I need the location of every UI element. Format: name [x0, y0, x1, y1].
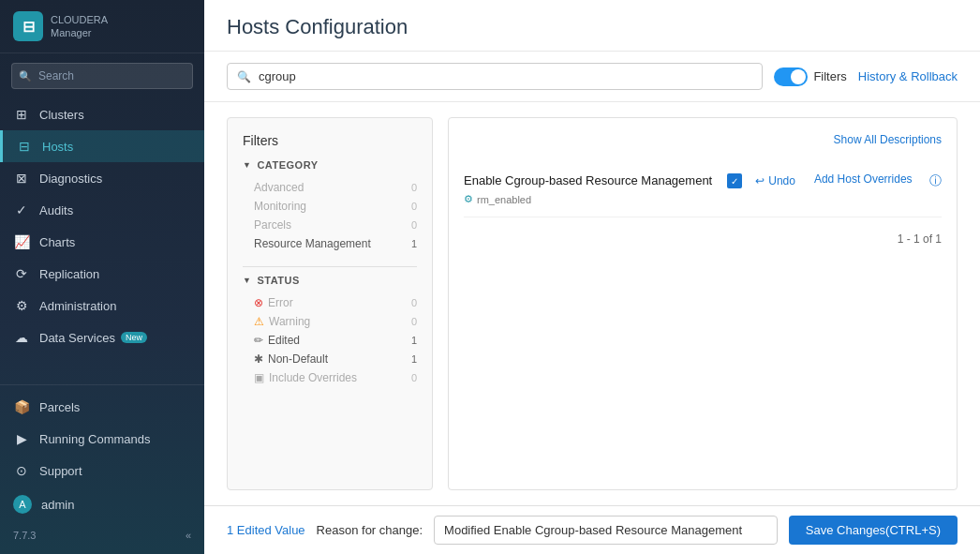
config-item-value: ✓ ↩ Undo [727, 172, 799, 189]
filter-item-parcels[interactable]: Parcels 0 [243, 216, 417, 234]
main-header: Hosts Configuration [204, 0, 980, 52]
collapse-icon[interactable]: « [186, 530, 191, 541]
config-item-row: Enable Cgroup-based Resource Management … [464, 161, 942, 217]
sidebar-item-replication[interactable]: ⟳ Replication [0, 258, 204, 290]
audits-icon: ✓ [13, 202, 30, 217]
bottom-bar: 1 Edited Value Reason for change: Save C… [204, 505, 980, 554]
undo-button[interactable]: ↩ Undo [751, 172, 799, 189]
status-label: STATUS [257, 275, 299, 286]
sidebar-version: 7.7.3 « [0, 522, 204, 548]
info-icon[interactable]: ⓘ [929, 172, 942, 189]
config-item-key: ⚙ rm_enabled [464, 193, 712, 205]
filter-item-edited[interactable]: ✏ Edited 1 [243, 331, 417, 350]
sidebar-item-clusters[interactable]: ⊞ Clusters [0, 98, 204, 130]
filter-advanced-label: Advanced [254, 181, 304, 194]
filter-item-include-overrides[interactable]: ▣ Include Overrides 0 [243, 368, 417, 387]
administration-icon: ⚙ [13, 298, 30, 313]
sidebar-item-label: Parcels [39, 400, 80, 414]
parcels-icon: 📦 [13, 399, 30, 414]
sidebar-search-icon: 🔍 [19, 70, 32, 82]
config-checkbox[interactable]: ✓ [727, 173, 742, 188]
sidebar-item-support[interactable]: ⊙ Support [0, 455, 204, 487]
config-search-input[interactable] [259, 69, 752, 83]
status-filter-section: ▼ STATUS ⊗ Error 0 ⚠ Warning 0 [243, 275, 417, 387]
sidebar-bottom: 📦 Parcels ▶ Running Commands ⊙ Support A… [0, 384, 204, 554]
sidebar-item-label: Administration [39, 299, 116, 313]
sidebar-item-label: Hosts [42, 140, 73, 154]
show-all-descriptions-link[interactable]: Show All Descriptions [834, 133, 942, 146]
sidebar-item-charts[interactable]: 📈 Charts [0, 226, 204, 258]
sidebar-item-label: Data Services [39, 331, 115, 345]
sidebar-logo: ⊟ CLOUDERA Manager [0, 0, 204, 53]
main-body: Filters ▼ CATEGORY Advanced 0 Monitoring… [204, 102, 980, 505]
status-chevron-icon: ▼ [243, 276, 251, 285]
filters-toggle: Filters [774, 67, 846, 86]
save-changes-button[interactable]: Save Changes(CTRL+S) [789, 516, 958, 545]
sidebar-item-admin[interactable]: A admin [0, 487, 204, 522]
sidebar-item-data-services[interactable]: ☁ Data Services New [0, 322, 204, 353]
edited-icon: ✏ [254, 334, 263, 347]
replication-icon: ⟳ [13, 266, 30, 281]
filter-resource-count: 1 [411, 238, 417, 249]
filter-monitoring-label: Monitoring [254, 200, 306, 213]
config-item-label: Enable Cgroup-based Resource Management … [464, 172, 712, 205]
sidebar-item-diagnostics[interactable]: ⊠ Diagnostics [0, 162, 204, 194]
nondefault-icon: ✱ [254, 352, 263, 366]
result-count: 1 - 1 of 1 [464, 232, 942, 246]
sidebar-item-audits[interactable]: ✓ Audits [0, 194, 204, 226]
filters-panel-title: Filters [243, 133, 417, 148]
filter-item-warning[interactable]: ⚠ Warning 0 [243, 312, 417, 331]
config-key-text: rm_enabled [477, 194, 531, 205]
filter-parcels-label: Parcels [254, 218, 291, 232]
sidebar-search-container: 🔍 [11, 63, 193, 89]
sidebar-item-label: Clusters [39, 108, 84, 122]
filter-item-resource-management[interactable]: Resource Management 1 [243, 234, 417, 253]
category-filter-header[interactable]: ▼ CATEGORY [243, 159, 417, 171]
sidebar-item-administration[interactable]: ⚙ Administration [0, 290, 204, 322]
config-item-actions: Add Host Overrides [814, 172, 913, 186]
undo-icon: ↩ [755, 174, 765, 187]
filter-warning-count: 0 [411, 316, 417, 327]
data-services-icon: ☁ [13, 330, 30, 345]
filter-overrides-label: ▣ Include Overrides [254, 371, 357, 384]
category-chevron-icon: ▼ [243, 160, 251, 170]
filters-switch[interactable] [774, 67, 808, 86]
error-icon: ⊗ [254, 296, 263, 309]
filter-overrides-count: 0 [411, 372, 417, 383]
config-key-icon: ⚙ [464, 193, 473, 205]
override-icon: ▣ [254, 371, 264, 384]
sidebar-nav: ⊞ Clusters ⊟ Hosts ⊠ Diagnostics ✓ Audit… [0, 98, 204, 384]
sidebar-item-label: Diagnostics [39, 172, 102, 186]
filter-error-count: 0 [411, 297, 417, 308]
sidebar-item-running-commands[interactable]: ▶ Running Commands [0, 423, 204, 455]
filter-warning-label: ⚠ Warning [254, 315, 310, 328]
config-content: Show All Descriptions Enable Cgroup-base… [448, 117, 958, 490]
config-item-name: Enable Cgroup-based Resource Management [464, 172, 712, 189]
sidebar-item-parcels[interactable]: 📦 Parcels [0, 391, 204, 423]
sidebar-search-input[interactable] [11, 63, 193, 89]
add-host-overrides-link[interactable]: Add Host Overrides [814, 172, 913, 186]
running-commands-icon: ▶ [13, 431, 30, 446]
filters-panel: Filters ▼ CATEGORY Advanced 0 Monitoring… [227, 117, 433, 490]
filter-item-advanced[interactable]: Advanced 0 [243, 178, 417, 197]
hosts-icon: ⊟ [16, 139, 33, 154]
reason-input[interactable] [434, 516, 778, 545]
filters-label: Filters [813, 69, 846, 83]
filter-monitoring-count: 0 [411, 201, 417, 212]
history-rollback-link[interactable]: History & Rollback [858, 69, 958, 83]
filter-nondefault-label: ✱ Non-Default [254, 352, 328, 366]
clusters-icon: ⊞ [13, 107, 30, 122]
sidebar-item-hosts[interactable]: ⊟ Hosts [0, 130, 204, 162]
filter-parcels-count: 0 [411, 219, 417, 231]
sidebar-item-label: Audits [39, 203, 73, 217]
warning-icon: ⚠ [254, 315, 264, 328]
sidebar-item-label: Replication [39, 267, 99, 281]
status-filter-header[interactable]: ▼ STATUS [243, 275, 417, 286]
diagnostics-icon: ⊠ [13, 171, 30, 186]
filter-advanced-count: 0 [411, 182, 417, 193]
filter-edited-count: 1 [411, 335, 417, 346]
filter-item-error[interactable]: ⊗ Error 0 [243, 293, 417, 312]
filter-item-non-default[interactable]: ✱ Non-Default 1 [243, 350, 417, 368]
filter-item-monitoring[interactable]: Monitoring 0 [243, 197, 417, 216]
config-search-icon: 🔍 [237, 70, 251, 83]
